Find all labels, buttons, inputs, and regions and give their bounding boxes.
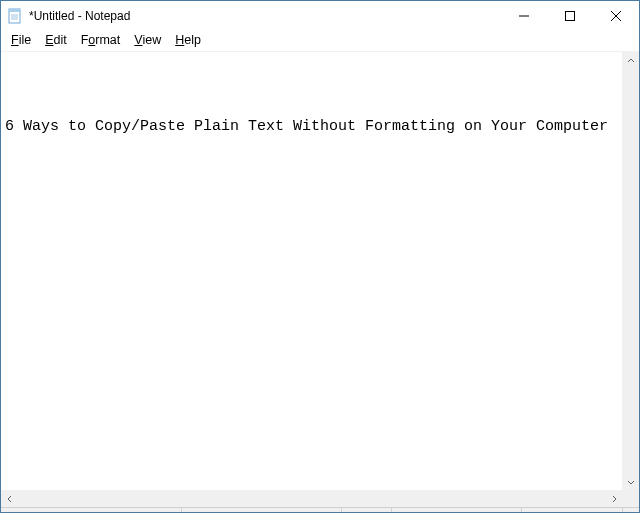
scroll-corner xyxy=(622,490,639,507)
minimize-button[interactable] xyxy=(501,1,547,31)
menu-view[interactable]: View xyxy=(128,32,167,48)
svg-rect-6 xyxy=(566,12,575,21)
menu-file[interactable]: File xyxy=(5,32,37,48)
statusbar: Ln 3, Col 1 100% Windows (CRLF) UTF-8 xyxy=(1,507,639,513)
maximize-icon xyxy=(565,11,575,21)
status-spacer xyxy=(1,508,181,513)
close-icon xyxy=(611,11,621,21)
svg-rect-1 xyxy=(9,9,20,12)
menubar: File Edit Format View Help xyxy=(1,31,639,51)
minimize-icon xyxy=(519,11,529,21)
text-editor[interactable]: 6 Ways to Copy/Paste Plain Text Without … xyxy=(1,52,622,490)
editor-area: 6 Ways to Copy/Paste Plain Text Without … xyxy=(1,51,639,490)
status-zoom: 100% xyxy=(341,508,391,513)
horizontal-scrollbar[interactable] xyxy=(1,490,639,507)
resize-grip[interactable] xyxy=(622,508,639,513)
menu-edit[interactable]: Edit xyxy=(39,32,73,48)
scroll-right-icon[interactable] xyxy=(605,490,622,507)
status-line-ending: Windows (CRLF) xyxy=(391,508,521,513)
scroll-left-icon[interactable] xyxy=(1,490,18,507)
vertical-scrollbar[interactable] xyxy=(622,52,639,490)
close-button[interactable] xyxy=(593,1,639,31)
window-controls xyxy=(501,1,639,31)
titlebar: *Untitled - Notepad xyxy=(1,1,639,31)
maximize-button[interactable] xyxy=(547,1,593,31)
status-encoding: UTF-8 xyxy=(521,508,622,513)
scroll-down-icon[interactable] xyxy=(622,473,639,490)
scroll-up-icon[interactable] xyxy=(622,52,639,69)
window-title: *Untitled - Notepad xyxy=(29,9,501,23)
menu-format[interactable]: Format xyxy=(75,32,127,48)
status-cursor-position: Ln 3, Col 1 xyxy=(181,508,341,513)
menu-help[interactable]: Help xyxy=(169,32,207,48)
notepad-icon xyxy=(7,8,23,24)
editor-content: 6 Ways to Copy/Paste Plain Text Without … xyxy=(5,88,618,136)
